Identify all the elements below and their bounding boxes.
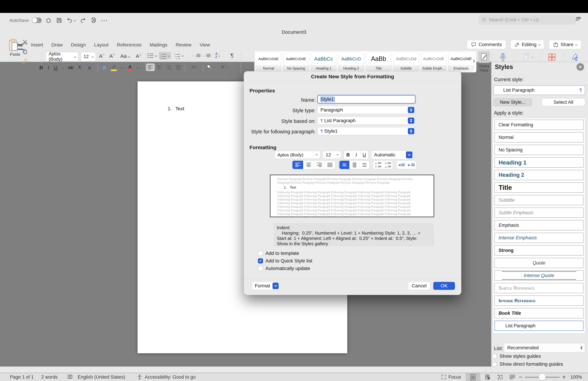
align-left-button[interactable]: [293, 161, 303, 169]
align-right-icon[interactable]: [166, 65, 171, 69]
text-effects-icon[interactable]: A: [103, 65, 106, 71]
tab-mailings[interactable]: Mailings: [150, 42, 168, 49]
style-name-input[interactable]: Style1: [318, 95, 415, 103]
shading-icon[interactable]: [206, 64, 215, 70]
outline-view-button[interactable]: [495, 373, 505, 381]
style-intense-reference[interactable]: Intense Reference: [494, 295, 584, 306]
web-layout-view-button[interactable]: [483, 373, 493, 381]
following-select[interactable]: ¶ Style1: [318, 127, 415, 135]
paste-button[interactable]: Paste: [8, 39, 22, 56]
search-input[interactable]: Search (Cmd + Ctrl + U): [479, 15, 576, 24]
numbering-icon[interactable]: 123: [159, 52, 171, 59]
redo-icon[interactable]: [79, 17, 87, 24]
gallery-chip-heading1[interactable]: AaBbCc Heading 1: [311, 52, 336, 71]
word-count[interactable]: 2 words: [41, 373, 58, 381]
line-spacing-icon[interactable]: ↕: [189, 65, 198, 69]
style-normal[interactable]: Normal: [494, 132, 584, 142]
gallery-chip-normal[interactable]: AaBbCcDdE Normal: [256, 52, 281, 71]
bullets-icon[interactable]: [147, 53, 157, 58]
superscript-icon[interactable]: X2: [88, 64, 93, 71]
style-book-title[interactable]: Book Title: [494, 308, 584, 318]
zoom-in-icon[interactable]: +: [561, 373, 567, 381]
italic-icon[interactable]: I: [48, 65, 49, 70]
style-subtle-emphasis[interactable]: Subtle Emphasis: [494, 207, 584, 218]
based-on-select[interactable]: ¶ List Paragraph: [318, 117, 415, 124]
automatically-update-row[interactable]: Automatically update: [258, 266, 310, 271]
add-to-quick-style-row[interactable]: Add to Quick Style list: [258, 258, 312, 264]
change-case-icon[interactable]: Aa: [120, 53, 130, 59]
add-to-template-checkbox[interactable]: [258, 251, 263, 256]
decrease-indent-icon[interactable]: ←: [191, 53, 200, 58]
tab-view[interactable]: View: [200, 42, 210, 49]
single-space-button[interactable]: [339, 161, 349, 169]
automatically-update-checkbox[interactable]: [258, 266, 263, 271]
style-type-select[interactable]: Paragraph: [318, 106, 415, 114]
one-half-space-button[interactable]: [349, 161, 359, 169]
highlight-icon[interactable]: [111, 64, 117, 71]
zoom-level[interactable]: 100%: [570, 373, 582, 381]
format-menu-button[interactable]: Format: [252, 282, 280, 290]
increase-indent-icon[interactable]: →: [202, 53, 210, 58]
style-intense-emphasis[interactable]: Intense Emphasis: [494, 233, 584, 243]
gallery-chip-no-spacing[interactable]: AaBbCcDdE No Spacing: [283, 52, 309, 71]
justify-button[interactable]: [324, 161, 335, 169]
align-left-icon[interactable]: [146, 64, 155, 71]
presence-icon[interactable]: [574, 15, 582, 23]
cut-icon[interactable]: [22, 39, 28, 45]
language-indicator[interactable]: English (United States): [78, 373, 125, 381]
focus-button[interactable]: Focus: [441, 373, 461, 381]
show-styles-guides-row[interactable]: Show styles guides: [492, 354, 541, 359]
style-list-paragraph[interactable]: List Paragraph: [494, 321, 584, 331]
tab-references[interactable]: References: [117, 42, 141, 49]
document-list-item[interactable]: 1. Text: [168, 106, 184, 112]
style-heading-2[interactable]: Heading 2: [494, 170, 584, 180]
tab-insert[interactable]: Insert: [31, 42, 43, 49]
increase-space-before-button[interactable]: ▲▼: [373, 161, 383, 169]
style-heading-1[interactable]: Heading 1: [494, 157, 584, 168]
more-icon[interactable]: ⋯: [100, 17, 108, 24]
select-all-button[interactable]: Select All: [542, 98, 585, 106]
proofing-icon[interactable]: [67, 373, 73, 381]
font-size-select[interactable]: 12: [81, 52, 96, 61]
bold-icon[interactable]: B: [39, 65, 43, 70]
shrink-font-icon[interactable]: A˅: [109, 53, 115, 59]
increase-space-after-button[interactable]: ▼▲: [383, 161, 393, 169]
underline-chevron-icon[interactable]: [62, 67, 64, 69]
grow-font-icon[interactable]: A˄: [99, 53, 104, 59]
print-layout-view-button[interactable]: [466, 373, 480, 381]
styles-pane-button[interactable]: Styles Pane: [475, 51, 493, 73]
share-button[interactable]: Share: [549, 40, 581, 49]
show-styles-guides-checkbox[interactable]: [492, 354, 497, 359]
add-to-quick-style-checkbox[interactable]: [258, 258, 263, 264]
dialog-italic-button[interactable]: I: [352, 151, 360, 159]
new-style-button[interactable]: New Style...: [494, 98, 532, 106]
draft-view-button[interactable]: [507, 373, 518, 381]
subscript-icon[interactable]: X2: [78, 64, 84, 71]
clear-formatting-icon[interactable]: A◊: [136, 53, 141, 59]
font-color-icon[interactable]: A: [127, 64, 133, 71]
font-color-chevron-icon[interactable]: [137, 67, 139, 69]
format-painter-icon[interactable]: [22, 58, 28, 65]
dialog-size-select[interactable]: 12: [323, 151, 341, 159]
show-direct-formatting-checkbox[interactable]: [492, 362, 497, 367]
multilevel-list-icon[interactable]: 1ai: [174, 53, 184, 58]
gallery-more-icon[interactable]: [472, 60, 475, 63]
double-space-button[interactable]: [359, 161, 369, 169]
gallery-chip-title[interactable]: AaBb Title: [366, 52, 391, 71]
gallery-chip-subtitle[interactable]: AaBbCcDd Subtitle: [393, 52, 419, 71]
gallery-chip-emphasis[interactable]: AaBbCcDdE Emphasis: [448, 52, 474, 71]
zoom-slider-knob[interactable]: [539, 374, 545, 380]
sort-icon[interactable]: AZ ↓: [215, 52, 220, 59]
accessibility-status[interactable]: Accessibility: Good to go: [145, 373, 196, 381]
save-icon[interactable]: [55, 17, 63, 24]
style-emphasis[interactable]: Emphasis: [494, 220, 584, 230]
justify-icon[interactable]: [176, 65, 181, 69]
show-direct-formatting-row[interactable]: Show direct formatting guides: [492, 361, 563, 367]
undo-icon[interactable]: [66, 17, 76, 24]
align-right-button[interactable]: [314, 161, 324, 169]
highlight-chevron-icon[interactable]: [121, 67, 123, 69]
tab-layout[interactable]: Layout: [94, 42, 108, 49]
style-quote[interactable]: Quote: [494, 258, 584, 268]
style-title[interactable]: Title: [494, 182, 584, 193]
gallery-chip-heading2[interactable]: AaBbCcD Heading 2: [338, 52, 364, 71]
